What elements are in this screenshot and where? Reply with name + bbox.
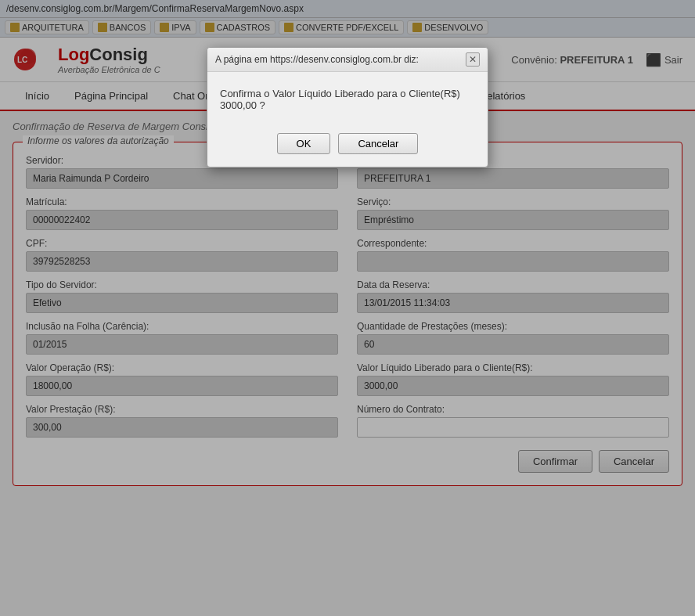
dialog-message: Confirma o Valor Líquido Liberado para o… — [220, 88, 460, 111]
dialog-ok-button[interactable]: OK — [277, 133, 331, 154]
dialog-box: A página em https://desenv.consiglog.com… — [207, 47, 488, 168]
dialog-overlay: A página em https://desenv.consiglog.com… — [0, 0, 695, 616]
dialog-buttons: OK Cancelar — [207, 127, 488, 167]
dialog-close-button[interactable]: ✕ — [466, 52, 480, 67]
dialog-title-bar: A página em https://desenv.consiglog.com… — [207, 48, 488, 72]
dialog-cancel-button[interactable]: Cancelar — [338, 133, 418, 154]
dialog-body: Confirma o Valor Líquido Liberado para o… — [207, 72, 488, 127]
dialog-title: A página em https://desenv.consiglog.com… — [215, 54, 419, 65]
